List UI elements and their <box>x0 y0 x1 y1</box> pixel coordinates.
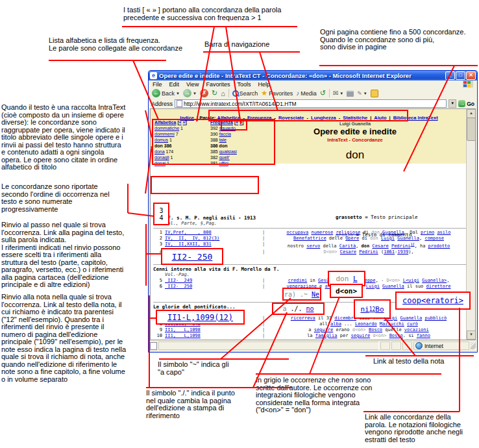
word-concordance-link[interactable]: evangelo <box>307 339 329 340</box>
menu-file[interactable]: File <box>153 81 162 88</box>
go-button[interactable]: →Go <box>458 100 474 107</box>
word-link[interactable]: domus <box>154 138 168 142</box>
word-concordance-link[interactable]: occupava <box>287 230 309 235</box>
word-concordance-link[interactable]: Pedrini <box>359 249 378 255</box>
word-concordance-link[interactable]: direttore <box>426 284 451 289</box>
back-button[interactable]: ←Back▼ <box>152 89 180 97</box>
word-concordance-link[interactable]: ricorreva <box>291 316 315 321</box>
word-link[interactable]: Bo <box>375 305 384 314</box>
note-number-link[interactable]: 12 <box>369 306 376 312</box>
scrollbar-thumb[interactable] <box>467 118 476 141</box>
word-concordance-link[interactable]: Bosco <box>389 333 403 338</box>
word-concordance-link[interactable]: Cesare <box>340 249 356 255</box>
word-concordance-link[interactable]: L<uigi <box>403 278 419 283</box>
alphabetical-list-title-link[interactable]: Alfabetica <box>154 120 176 125</box>
stop-button[interactable]: ✗ <box>200 89 208 97</box>
nav-link-rovesciate[interactable]: Rovesciate <box>278 115 304 121</box>
word-concordance-link[interactable]: pubblicò <box>424 316 447 321</box>
word-link[interactable]: donagli <box>154 155 169 160</box>
word-concordance-link[interactable]: 1861 <box>384 249 395 255</box>
scroll-down-icon[interactable]: ▼ <box>467 330 476 340</box>
word-concordance-link[interactable]: fanno <box>417 333 430 338</box>
word-concordance-link[interactable]: numerose <box>311 230 333 235</box>
mail-button[interactable]: ✉▼ <box>333 90 343 97</box>
word-concordance-link[interactable]: Opere <box>345 236 359 241</box>
forward-button[interactable]: →▼ <box>183 89 197 97</box>
passage-reference-link[interactable]: II2- 250 <box>165 284 262 290</box>
passage-reference-link[interactable]: IV, II, IV, 812(3) <box>165 236 262 242</box>
word-concordance-link[interactable]: Benefattrice <box>293 236 326 241</box>
word-link[interactable]: Ne <box>312 291 319 298</box>
search-button[interactable]: Search <box>232 90 258 97</box>
favorites-button[interactable]: ★Favorites <box>261 89 293 97</box>
word-concordance-link[interactable]: coop<eratori> <box>402 296 463 305</box>
title-bar[interactable]: e Opere edite e inedite - IntraText CT -… <box>149 71 477 81</box>
nav-link-biblioteca-intratext[interactable]: Biblioteca IntraText <box>393 115 438 121</box>
address-dropdown-button[interactable]: ▼ <box>448 99 456 108</box>
word-concordance-link[interactable]: 1939 <box>397 249 408 255</box>
nav-link-lunghezza[interactable]: Lunghezza <box>311 115 336 121</box>
menu-edit[interactable]: Edit <box>169 81 180 88</box>
word-concordance-link[interactable]: compose <box>424 236 444 241</box>
close-button[interactable]: ✕ <box>466 71 476 80</box>
passage-reference-link[interactable]: IV,Pref, , 808 <box>165 230 262 236</box>
messenger-button[interactable] <box>371 90 378 97</box>
passage-reference-link[interactable]: II1, L,1098 <box>165 327 262 333</box>
word-concordance-link[interactable]: curò <box>407 321 418 327</box>
word-link[interactable]: uffici <box>219 161 228 166</box>
word-concordance-link[interactable]: Guanella <box>400 316 422 321</box>
word-concordance-link[interactable]: risuona <box>403 339 423 340</box>
word-link[interactable]: L <box>353 275 358 283</box>
menu-favorites[interactable]: Favorites <box>206 81 230 88</box>
resize-grip-icon[interactable] <box>471 342 476 349</box>
menu-help[interactable]: Help <box>258 81 270 88</box>
word-concordance-link[interactable]: primo <box>421 230 434 235</box>
word-concordance-link[interactable]: religiose <box>336 230 360 235</box>
word-concordance-link[interactable]: Cesare <box>372 243 388 249</box>
word-concordance-link[interactable]: Giovanni <box>362 339 384 340</box>
nav-link-statistiche[interactable]: Statistiche <box>343 115 367 121</box>
word-concordance-link[interactable]: seguire <box>351 333 371 338</box>
note-reference-link[interactable]: II1-L,1099(12) <box>167 313 233 322</box>
frequency-list-title-link[interactable]: Frequenza <box>210 120 233 125</box>
menu-tools[interactable]: Tools <box>237 81 251 88</box>
address-input[interactable]: http://www.intratext.com/IXT/ITA0614/D1.… <box>175 99 447 108</box>
word-concordance-link[interactable]: Luigi <box>366 284 380 289</box>
word-concordance-link[interactable]: Luigi <box>381 236 395 241</box>
minimize-button[interactable]: _ <box>445 71 455 80</box>
word-link[interactable]: ni <box>360 305 369 314</box>
menu-view[interactable]: View <box>186 81 199 88</box>
maximize-button[interactable]: □ <box>456 71 465 80</box>
nav-link-aiuto[interactable]: Aiuto <box>374 115 386 121</box>
reference-link[interactable]: II2- 250 <box>172 252 213 262</box>
word-concordance-link[interactable]: Guanella> <box>422 278 447 283</box>
word-link[interactable]: qualsiasi <box>219 149 237 154</box>
passage-reference-link[interactable]: II1, L,1098 <box>165 333 262 339</box>
word-concordance-link[interactable]: Guanella <box>382 284 404 289</box>
word-concordance-link[interactable]: Carità <box>339 243 356 249</box>
word-link[interactable]: no <box>306 305 314 312</box>
word-link[interactable]: dommemi <box>154 132 175 136</box>
passage-reference-link[interactable]: II2- 249 <box>165 278 262 284</box>
word-concordance-link[interactable]: credimi <box>288 278 308 283</box>
word-concordance-link[interactable]: Bosco <box>386 339 400 340</box>
word-concordance-link[interactable]: Leonardo <box>355 321 377 327</box>
word-concordance-link[interactable]: dicembre <box>334 316 356 321</box>
word-link[interactable]: quell' <box>219 155 230 160</box>
word-concordance-link[interactable]: Pedrini <box>391 243 411 249</box>
word-concordance-link[interactable]: alba <box>330 321 341 327</box>
word-link[interactable]: dommatiche <box>154 126 179 131</box>
scroll-up-icon[interactable]: ▲ <box>467 109 476 118</box>
word-link[interactable]: tale <box>219 138 227 142</box>
word-concordance-link[interactable]: Bosco <box>369 327 382 332</box>
word-concordance-link[interactable]: Mazzucchi <box>380 321 404 327</box>
word-link[interactable]: donai <box>154 161 166 166</box>
print-button[interactable] <box>347 90 354 97</box>
word-concordance-link[interactable]: asilo <box>437 230 450 235</box>
word-concordance-link[interactable]: famiglia <box>315 333 338 338</box>
passage-reference-link[interactable]: II1, L,1099 <box>165 339 262 340</box>
edit-button[interactable]: ✎▼ <box>357 90 367 97</box>
word-concordance-link[interactable]: vocazioni <box>404 327 429 332</box>
word-link[interactable]: sguardo <box>219 126 236 131</box>
refresh-button[interactable]: ↻ <box>212 89 217 97</box>
